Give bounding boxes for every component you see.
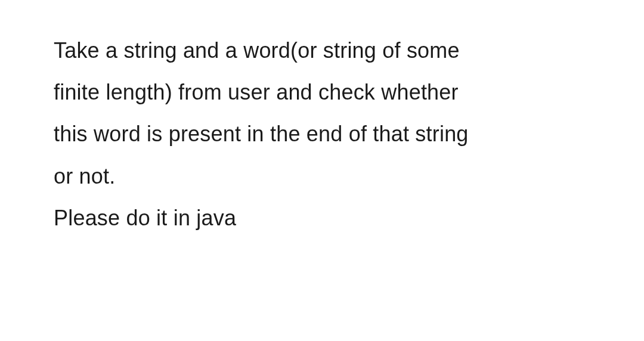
question-text: Take a string and a word(or string of so… bbox=[54, 30, 596, 239]
line-4: or not. bbox=[54, 156, 596, 197]
line-1: Take a string and a word(or string of so… bbox=[54, 30, 596, 72]
line-2: finite length) from user and check wheth… bbox=[54, 72, 596, 113]
line-5: Please do it in java bbox=[54, 197, 596, 239]
line-3: this word is present in the end of that … bbox=[54, 113, 596, 155]
